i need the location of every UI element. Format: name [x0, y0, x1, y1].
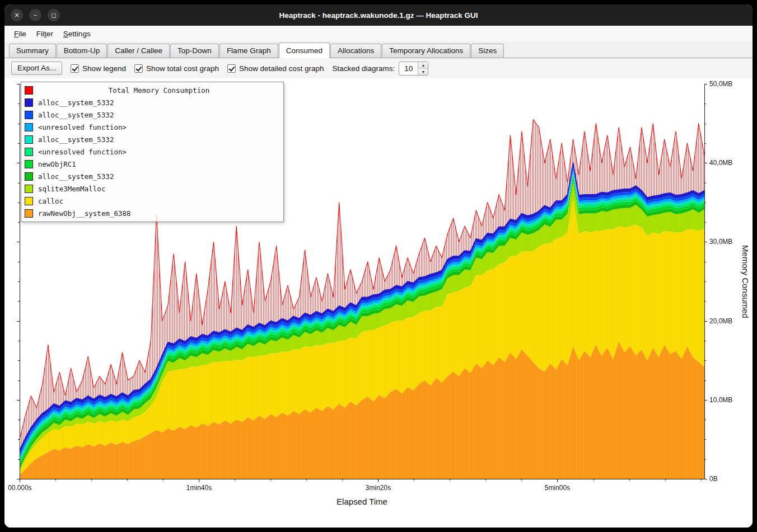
- spin-buttons: ▲ ▼: [418, 62, 428, 75]
- legend-swatch: [25, 160, 33, 168]
- stacked-diagrams-label: Stacked diagrams:: [333, 64, 395, 73]
- tab-temporary-allocations[interactable]: Temporary Allocations: [382, 44, 470, 58]
- tab-caller-callee[interactable]: Caller / Callee: [108, 44, 170, 58]
- maximize-icon: ◻: [51, 12, 56, 18]
- legend-item: alloc__system_5332: [21, 96, 283, 109]
- legend-label: alloc__system_5332: [38, 98, 114, 107]
- title-bar: ✕−◻ Heaptrack - heaptrack.wakunode.1.gz …: [4, 4, 753, 26]
- legend-swatch: [25, 135, 33, 144]
- tab-allocations[interactable]: Allocations: [330, 44, 381, 58]
- legend-item: alloc__system_5332: [21, 133, 283, 145]
- checkbox-show-detailed-cost-graph[interactable]: Show detailed cost graph: [227, 64, 324, 73]
- stacked-diagrams-control: Stacked diagrams: 10 ▲ ▼: [333, 62, 429, 76]
- heaptrack-window: ✕−◻ Heaptrack - heaptrack.wakunode.1.gz …: [4, 4, 753, 528]
- legend-label: rawNewObj__system_6388: [38, 209, 131, 218]
- checkbox-label: Show total cost graph: [146, 64, 219, 73]
- spin-down-button[interactable]: ▼: [418, 69, 428, 75]
- y-axis-title-wrap: Memory Consumed: [740, 84, 751, 479]
- legend-swatch: [25, 185, 33, 193]
- legend-label: newObjRC1: [38, 160, 76, 168]
- menu-item-filter[interactable]: Filter: [31, 27, 58, 40]
- spin-up-button[interactable]: ▲: [418, 62, 428, 69]
- legend-swatch: [25, 197, 33, 205]
- legend-title-row: Total Memory Consumption: [21, 84, 283, 96]
- screen: ✕−◻ Heaptrack - heaptrack.wakunode.1.gz …: [0, 0, 757, 532]
- legend-label: calloc: [38, 197, 63, 205]
- chart-panel: Total Memory Consumptionalloc__system_53…: [4, 78, 753, 528]
- tab-top-down[interactable]: Top-Down: [170, 44, 219, 58]
- chart-legend: Total Memory Consumptionalloc__system_53…: [21, 82, 284, 222]
- export-as-button[interactable]: Export As...: [11, 62, 62, 75]
- tab-summary[interactable]: Summary: [9, 44, 56, 58]
- checkbox-show-legend[interactable]: Show legend: [71, 64, 126, 73]
- y-axis-title: Memory Consumed: [741, 245, 750, 318]
- legend-label: Total Memory Consumption: [38, 86, 280, 95]
- checkbox-box[interactable]: [71, 64, 79, 73]
- legend-item: alloc__system_5332: [21, 109, 283, 121]
- legend-item: sqlite3MemMalloc: [21, 182, 283, 195]
- toolbar: Export As... Show legendShow total cost …: [4, 58, 753, 78]
- window-close-button[interactable]: ✕: [11, 9, 23, 21]
- legend-item: <unresolved function>: [21, 145, 283, 158]
- legend-swatch: [25, 86, 33, 95]
- stacked-diagrams-spinbox[interactable]: 10 ▲ ▼: [399, 62, 428, 76]
- menu-item-settings[interactable]: Settings: [58, 27, 96, 40]
- legend-label: alloc__system_5332: [38, 135, 114, 144]
- legend-label: <unresolved function>: [38, 148, 127, 156]
- menu-item-file[interactable]: File: [9, 27, 31, 40]
- tab-bottom-up[interactable]: Bottom-Up: [57, 44, 108, 58]
- legend-swatch: [25, 98, 33, 107]
- window-minimize-button[interactable]: −: [29, 9, 41, 21]
- legend-item: newObjRC1: [21, 158, 283, 170]
- legend-label: alloc__system_5332: [38, 111, 114, 119]
- tab-flame-graph[interactable]: Flame Graph: [219, 44, 278, 58]
- tab-consumed[interactable]: Consumed: [279, 43, 330, 58]
- legend-item: calloc: [21, 195, 283, 207]
- checkbox-label: Show detailed cost graph: [239, 64, 324, 73]
- checkbox-box[interactable]: [227, 64, 236, 73]
- tab-sizes[interactable]: Sizes: [471, 44, 504, 58]
- window-title: Heaptrack - heaptrack.wakunode.1.gz — He…: [4, 11, 753, 20]
- window-maximize-button[interactable]: ◻: [48, 9, 60, 21]
- checkbox-box[interactable]: [134, 64, 143, 73]
- checkbox-label: Show legend: [82, 64, 126, 73]
- checkbox-show-total-cost-graph[interactable]: Show total cost graph: [134, 64, 219, 73]
- legend-item: <unresolved function>: [21, 121, 283, 133]
- legend-swatch: [25, 172, 33, 181]
- legend-label: alloc__system_5332: [38, 172, 114, 181]
- tab-bar: SummaryBottom-UpCaller / CalleeTop-DownF…: [4, 41, 753, 58]
- close-icon: ✕: [14, 12, 19, 18]
- legend-swatch: [25, 209, 33, 218]
- stacked-diagrams-value[interactable]: 10: [399, 62, 418, 75]
- legend-swatch: [25, 148, 33, 156]
- legend-label: <unresolved function>: [38, 123, 127, 131]
- legend-label: sqlite3MemMalloc: [38, 185, 105, 193]
- minimize-icon: −: [34, 12, 37, 18]
- menu-bar: FileFilterSettings: [4, 26, 753, 41]
- x-axis-title: Elapsed Time: [20, 497, 704, 506]
- legend-item: rawNewObj__system_6388: [21, 207, 283, 219]
- window-controls: ✕−◻: [4, 9, 60, 21]
- legend-swatch: [25, 111, 33, 119]
- checkbox-group: Show legendShow total cost graphShow det…: [71, 64, 324, 73]
- legend-swatch: [25, 123, 33, 131]
- legend-item: alloc__system_5332: [21, 170, 283, 182]
